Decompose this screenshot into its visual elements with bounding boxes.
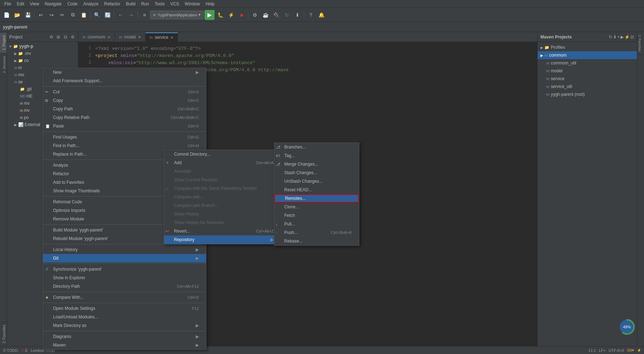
ctx-repo-clone[interactable]: Clone... [274, 203, 359, 211]
right-tab-favorites[interactable]: 2: Favorites [637, 32, 644, 55]
menu-edit[interactable]: Edit [14, 1, 27, 7]
ctx-git-commit-dir[interactable]: Commit Directory... [164, 150, 281, 158]
back-btn[interactable]: ← [116, 10, 126, 20]
panel-expand-btn[interactable]: ⊞ [55, 34, 62, 40]
ctx-cut[interactable]: ✂ Cut Ctrl+X [43, 88, 206, 96]
coverage-btn[interactable]: ⚡ [226, 10, 236, 20]
panel-settings-btn[interactable]: ⚙ [48, 34, 54, 40]
tree-item-root[interactable]: ▼ 📁 yygh-p [7, 43, 78, 50]
ctx-synchronize[interactable]: ↺ Synchronize 'yygh-parent' [43, 265, 206, 274]
maven-item-commom-util[interactable]: m commom_util [538, 59, 637, 67]
replace-btn[interactable]: 🔄 [102, 10, 112, 20]
ctx-repo-reset-head[interactable]: Reset HEAD... [274, 186, 359, 194]
debug-btn[interactable]: 🐛 [215, 10, 225, 20]
tab-structure[interactable]: Z: Structure [0, 53, 7, 76]
maven-skip-btn[interactable]: ⚡ [624, 35, 630, 40]
cursor-position[interactable]: 11:1 [588, 348, 596, 353]
menu-build[interactable]: Build [123, 1, 138, 7]
menu-tools[interactable]: Tools [152, 1, 168, 7]
ctx-paste[interactable]: 📋 Paste Ctrl+V [43, 122, 206, 130]
ctx-find-path[interactable]: Find in Path... Ctrl+H [43, 141, 206, 150]
ctx-open-module[interactable]: Open Module Settings F12 [43, 304, 206, 313]
ctx-git[interactable]: Git ▶ [43, 254, 206, 262]
paste-btn[interactable]: 📋 [79, 10, 89, 20]
refresh-btn[interactable]: ↻ [282, 10, 292, 20]
maven-item-commom[interactable]: ▶ m commom [538, 51, 637, 59]
ctx-repo-branches[interactable]: ⎇ Branches... [274, 143, 359, 151]
ctx-git-add[interactable]: + Add Ctrl+Alt+A [164, 158, 281, 167]
ctx-load-modules[interactable]: Load/Unload Modules... [43, 313, 206, 321]
ctx-repo-fetch[interactable]: Fetch [274, 211, 359, 220]
tab-close-commom[interactable]: ✕ [107, 35, 110, 39]
ctx-mark-dir[interactable]: Mark Directory as ▶ [43, 321, 206, 330]
ctx-copy-relative[interactable]: Copy Relative Path Ctrl+Alt+Shift+C [43, 113, 206, 122]
tab-close-service[interactable]: ✕ [170, 36, 173, 40]
ctx-repo-stash[interactable]: Stash Changes... [274, 168, 359, 177]
ctx-copy[interactable]: ⧉ Copy Ctrl+C [43, 96, 206, 105]
ctx-dir-path[interactable]: Directory Path Ctrl+Alt+F12 [43, 282, 206, 291]
structure-btn[interactable]: ≡ [139, 10, 149, 20]
todo-btn[interactable]: ⊙ TODO [3, 348, 18, 353]
settings-btn[interactable]: ⚙ [250, 10, 260, 20]
menu-view[interactable]: View [27, 1, 42, 7]
menu-file[interactable]: File [1, 1, 14, 7]
find-btn[interactable]: 🔍 [92, 10, 102, 20]
tab-close-model[interactable]: ✕ [138, 35, 141, 39]
maven-collapse-btn[interactable]: ⊟ [630, 35, 634, 40]
menu-navigate[interactable]: Navigate [42, 1, 64, 7]
tab-favorites[interactable]: 2: Favorites [0, 322, 7, 346]
help-btn[interactable]: ? [306, 10, 316, 20]
ctx-maven[interactable]: Maven ▶ [43, 341, 206, 349]
new-file-btn[interactable]: 📄 [1, 10, 11, 20]
plugins-btn[interactable]: 🔌 [271, 10, 281, 20]
ctx-add-framework[interactable]: Add Framework Support... [43, 77, 206, 85]
sdk-btn[interactable]: ☕ [260, 10, 270, 20]
open-btn[interactable]: 📂 [12, 10, 22, 20]
menu-help[interactable]: Help [203, 1, 217, 7]
ctx-compare[interactable]: ★ Compare With... Ctrl+D [43, 293, 206, 302]
copy-btn[interactable]: ⧉ [68, 10, 78, 20]
forward-btn[interactable]: → [126, 10, 136, 20]
ctx-repo-rebase[interactable]: Rebase... [274, 237, 359, 245]
menu-window[interactable]: Window [182, 1, 203, 7]
menu-run[interactable]: Run [138, 1, 152, 7]
save-btn[interactable]: 💾 [23, 10, 33, 20]
ctx-repo-remotes[interactable]: Remotes... [274, 194, 359, 203]
ctx-git-repository[interactable]: Repository ▶ [164, 235, 281, 244]
ctx-find-usages[interactable]: Find Usages Ctrl+G [43, 133, 206, 141]
maven-item-model[interactable]: m model [538, 67, 637, 75]
run-button[interactable]: ▶ [205, 10, 215, 20]
stop-btn[interactable]: ■ [237, 10, 247, 20]
maven-item-service-util[interactable]: m service_util [538, 83, 637, 90]
run-config-dropdown[interactable]: ▶ YyghParentApplication ▾ [150, 11, 204, 19]
download-btn[interactable]: ⬇ [292, 10, 302, 20]
ctx-repo-pull[interactable]: ↓ Pull... [274, 220, 359, 228]
vcs-info[interactable]: Git▾ [627, 348, 634, 353]
ctx-repo-unstash[interactable]: UnStash Changes... [274, 177, 359, 186]
redo-btn[interactable]: ↪ [47, 10, 57, 20]
tab-service[interactable]: m service ✕ [146, 32, 178, 42]
notifications-btn[interactable]: 🔔 [316, 10, 326, 20]
ctx-show-explorer[interactable]: Show in Explorer [43, 274, 206, 282]
maven-item-profiles[interactable]: ▶ 📁 Profiles [538, 43, 637, 51]
line-separator[interactable]: LF+ [599, 348, 606, 353]
maven-add-btn[interactable]: + [617, 35, 620, 40]
undo-btn[interactable]: ↩ [36, 10, 46, 20]
menu-vcs[interactable]: VCS [168, 1, 182, 7]
panel-collapse-btn[interactable]: ⊟ [62, 34, 69, 40]
ctx-local-history[interactable]: Local History ▶ [43, 245, 206, 254]
cut-btn[interactable]: ✂ [57, 10, 67, 20]
ctx-repo-tag[interactable]: 🏷 Tag... [274, 151, 359, 160]
ctx-diagrams[interactable]: Diagrams ▶ [43, 332, 206, 341]
maven-download-btn[interactable]: ⬇ [613, 35, 617, 40]
tab-commom[interactable]: m commom ✕ [78, 32, 115, 42]
ctx-new[interactable]: New ▶ [43, 68, 206, 77]
tree-item-co[interactable]: ▶ 📁 co [7, 57, 78, 64]
event-btn[interactable]: ⚠ E [21, 348, 28, 353]
panel-gear-btn[interactable]: ⚙ [69, 34, 76, 40]
tree-item-mv[interactable]: ▶ 📁 .mv [7, 50, 78, 57]
maven-run-btn[interactable]: ▶ [621, 35, 624, 40]
menu-code[interactable]: Code [64, 1, 80, 7]
ctx-repo-merge[interactable]: ⎇ Merge Changes... [274, 160, 359, 168]
maven-item-service[interactable]: m service [538, 75, 637, 83]
